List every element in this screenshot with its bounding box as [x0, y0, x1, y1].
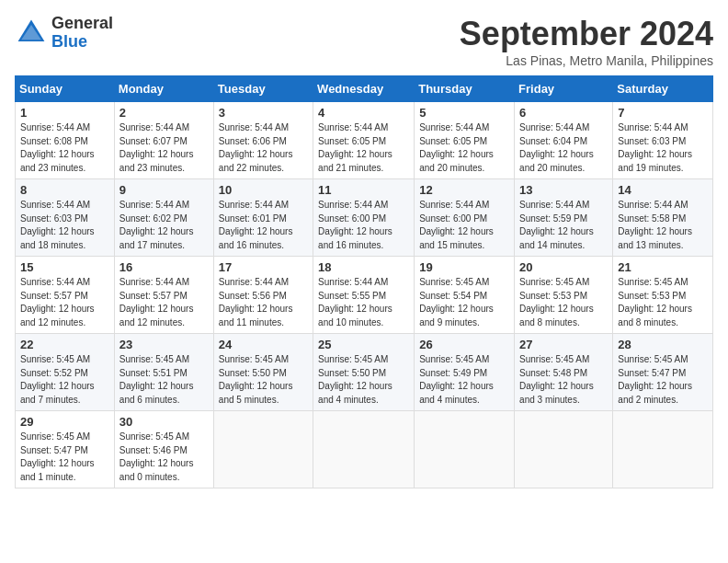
- calendar-cell: 28 Sunrise: 5:45 AM Sunset: 5:47 PM Dayl…: [613, 334, 713, 411]
- day-info: Sunrise: 5:45 AM Sunset: 5:47 PM Dayligh…: [618, 353, 708, 407]
- calendar-cell: 29 Sunrise: 5:45 AM Sunset: 5:47 PM Dayl…: [16, 411, 115, 488]
- col-friday: Friday: [515, 76, 613, 102]
- calendar-week-3: 15 Sunrise: 5:44 AM Sunset: 5:57 PM Dayl…: [16, 257, 713, 334]
- day-info: Sunrise: 5:44 AM Sunset: 6:00 PM Dayligh…: [419, 199, 509, 252]
- logo-general-text: General: [51, 15, 113, 33]
- logo-icon: [15, 17, 48, 50]
- day-info: Sunrise: 5:45 AM Sunset: 5:49 PM Dayligh…: [419, 353, 509, 407]
- calendar-week-1: 1 Sunrise: 5:44 AM Sunset: 6:08 PM Dayli…: [16, 102, 713, 179]
- calendar-cell: 17 Sunrise: 5:44 AM Sunset: 5:56 PM Dayl…: [213, 257, 313, 334]
- calendar-cell: 11 Sunrise: 5:44 AM Sunset: 6:00 PM Dayl…: [313, 179, 415, 257]
- day-number: 28: [618, 338, 708, 351]
- day-number: 11: [318, 183, 409, 197]
- day-info: Sunrise: 5:44 AM Sunset: 6:02 PM Dayligh…: [119, 199, 209, 252]
- calendar-cell: [515, 411, 613, 488]
- day-info: Sunrise: 5:44 AM Sunset: 6:04 PM Dayligh…: [519, 121, 608, 175]
- day-number: 5: [419, 106, 509, 120]
- calendar-cell: 12 Sunrise: 5:44 AM Sunset: 6:00 PM Dayl…: [415, 179, 515, 257]
- day-info: Sunrise: 5:45 AM Sunset: 5:52 PM Dayligh…: [20, 353, 109, 407]
- day-number: 8: [20, 183, 109, 197]
- day-number: 17: [219, 260, 308, 274]
- logo: General Blue: [15, 15, 113, 52]
- day-info: Sunrise: 5:44 AM Sunset: 5:55 PM Dayligh…: [318, 276, 409, 329]
- calendar-cell: 22 Sunrise: 5:45 AM Sunset: 5:52 PM Dayl…: [16, 334, 115, 411]
- day-info: Sunrise: 5:44 AM Sunset: 6:03 PM Dayligh…: [618, 121, 708, 175]
- calendar-cell: 9 Sunrise: 5:44 AM Sunset: 6:02 PM Dayli…: [114, 179, 213, 257]
- calendar-cell: 26 Sunrise: 5:45 AM Sunset: 5:49 PM Dayl…: [415, 334, 515, 411]
- col-sunday: Sunday: [16, 76, 115, 102]
- day-number: 12: [419, 183, 509, 197]
- col-monday: Monday: [114, 76, 213, 102]
- calendar-header: Sunday Monday Tuesday Wednesday Thursday…: [16, 76, 713, 102]
- calendar-cell: 18 Sunrise: 5:44 AM Sunset: 5:55 PM Dayl…: [313, 257, 415, 334]
- day-number: 1: [20, 106, 109, 120]
- calendar-cell: [415, 411, 515, 488]
- day-number: 7: [618, 106, 708, 120]
- day-info: Sunrise: 5:44 AM Sunset: 6:07 PM Dayligh…: [119, 121, 209, 175]
- day-info: Sunrise: 5:45 AM Sunset: 5:54 PM Dayligh…: [419, 276, 509, 329]
- day-number: 18: [318, 260, 409, 274]
- day-number: 24: [219, 338, 308, 351]
- day-info: Sunrise: 5:44 AM Sunset: 6:05 PM Dayligh…: [318, 121, 409, 175]
- day-number: 19: [419, 260, 509, 274]
- logo-blue-text: Blue: [51, 33, 113, 52]
- day-number: 20: [519, 260, 608, 274]
- day-info: Sunrise: 5:45 AM Sunset: 5:51 PM Dayligh…: [119, 353, 209, 407]
- day-info: Sunrise: 5:45 AM Sunset: 5:48 PM Dayligh…: [519, 353, 608, 407]
- day-info: Sunrise: 5:45 AM Sunset: 5:46 PM Dayligh…: [119, 431, 209, 484]
- calendar-cell: 2 Sunrise: 5:44 AM Sunset: 6:07 PM Dayli…: [114, 102, 213, 179]
- col-thursday: Thursday: [415, 76, 515, 102]
- calendar-body: 1 Sunrise: 5:44 AM Sunset: 6:08 PM Dayli…: [16, 102, 713, 488]
- day-number: 29: [20, 415, 109, 429]
- day-number: 10: [219, 183, 308, 197]
- calendar-cell: [313, 411, 415, 488]
- calendar-cell: 30 Sunrise: 5:45 AM Sunset: 5:46 PM Dayl…: [114, 411, 213, 488]
- day-number: 9: [119, 183, 209, 197]
- calendar-cell: 24 Sunrise: 5:45 AM Sunset: 5:50 PM Dayl…: [213, 334, 313, 411]
- day-info: Sunrise: 5:45 AM Sunset: 5:50 PM Dayligh…: [318, 353, 409, 407]
- calendar-cell: 10 Sunrise: 5:44 AM Sunset: 6:01 PM Dayl…: [213, 179, 313, 257]
- day-info: Sunrise: 5:44 AM Sunset: 6:05 PM Dayligh…: [419, 121, 509, 175]
- day-number: 14: [618, 183, 708, 197]
- calendar-week-2: 8 Sunrise: 5:44 AM Sunset: 6:03 PM Dayli…: [16, 179, 713, 257]
- calendar-cell: 16 Sunrise: 5:44 AM Sunset: 5:57 PM Dayl…: [114, 257, 213, 334]
- col-wednesday: Wednesday: [313, 76, 415, 102]
- day-info: Sunrise: 5:45 AM Sunset: 5:53 PM Dayligh…: [519, 276, 608, 329]
- calendar-cell: 27 Sunrise: 5:45 AM Sunset: 5:48 PM Dayl…: [515, 334, 613, 411]
- title-location: Las Pinas, Metro Manila, Philippines: [460, 53, 713, 68]
- day-info: Sunrise: 5:44 AM Sunset: 5:56 PM Dayligh…: [219, 276, 308, 329]
- day-info: Sunrise: 5:44 AM Sunset: 6:00 PM Dayligh…: [318, 199, 409, 252]
- calendar-cell: 19 Sunrise: 5:45 AM Sunset: 5:54 PM Dayl…: [415, 257, 515, 334]
- calendar-cell: [613, 411, 713, 488]
- day-number: 27: [519, 338, 608, 351]
- day-info: Sunrise: 5:44 AM Sunset: 5:59 PM Dayligh…: [519, 199, 608, 252]
- col-tuesday: Tuesday: [213, 76, 313, 102]
- day-number: 4: [318, 106, 409, 120]
- day-info: Sunrise: 5:44 AM Sunset: 6:08 PM Dayligh…: [20, 121, 109, 175]
- logo-text: General Blue: [51, 15, 113, 52]
- day-info: Sunrise: 5:44 AM Sunset: 5:57 PM Dayligh…: [20, 276, 109, 329]
- day-number: 16: [119, 260, 209, 274]
- day-info: Sunrise: 5:44 AM Sunset: 5:58 PM Dayligh…: [618, 199, 708, 252]
- calendar-week-4: 22 Sunrise: 5:45 AM Sunset: 5:52 PM Dayl…: [16, 334, 713, 411]
- calendar-cell: 13 Sunrise: 5:44 AM Sunset: 5:59 PM Dayl…: [515, 179, 613, 257]
- calendar-table: Sunday Monday Tuesday Wednesday Thursday…: [15, 75, 713, 488]
- calendar-cell: 14 Sunrise: 5:44 AM Sunset: 5:58 PM Dayl…: [613, 179, 713, 257]
- day-number: 22: [20, 338, 109, 351]
- day-info: Sunrise: 5:44 AM Sunset: 6:03 PM Dayligh…: [20, 199, 109, 252]
- day-number: 23: [119, 338, 209, 351]
- col-saturday: Saturday: [613, 76, 713, 102]
- title-block: September 2024 Las Pinas, Metro Manila, …: [460, 15, 713, 68]
- header-row: Sunday Monday Tuesday Wednesday Thursday…: [16, 76, 713, 102]
- day-info: Sunrise: 5:45 AM Sunset: 5:53 PM Dayligh…: [618, 276, 708, 329]
- calendar-cell: [213, 411, 313, 488]
- calendar-cell: 21 Sunrise: 5:45 AM Sunset: 5:53 PM Dayl…: [613, 257, 713, 334]
- day-number: 25: [318, 338, 409, 351]
- day-number: 6: [519, 106, 608, 120]
- day-number: 15: [20, 260, 109, 274]
- calendar-cell: 1 Sunrise: 5:44 AM Sunset: 6:08 PM Dayli…: [16, 102, 115, 179]
- day-number: 26: [419, 338, 509, 351]
- day-info: Sunrise: 5:44 AM Sunset: 6:06 PM Dayligh…: [219, 121, 308, 175]
- day-info: Sunrise: 5:44 AM Sunset: 5:57 PM Dayligh…: [119, 276, 209, 329]
- day-number: 13: [519, 183, 608, 197]
